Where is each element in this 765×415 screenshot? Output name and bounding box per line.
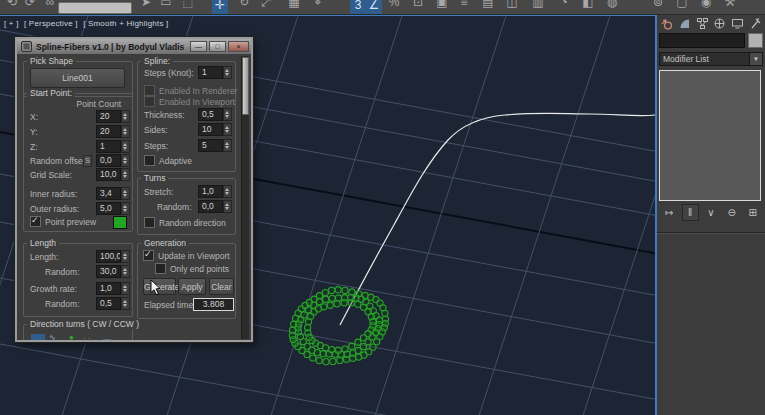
point-preview-checkbox[interactable]: Point preview	[30, 216, 96, 227]
clear-button[interactable]: Clear	[209, 278, 234, 295]
steps-field[interactable]: 5	[198, 139, 223, 152]
y-field[interactable]: 20	[96, 125, 121, 138]
length-field[interactable]: 100,0	[96, 250, 121, 263]
steps-spinner[interactable]	[223, 139, 232, 152]
dialog-scrollbar[interactable]	[241, 56, 249, 339]
adaptive-checkbox[interactable]: Adaptive	[144, 155, 192, 166]
apply-button[interactable]: Apply	[178, 278, 206, 295]
random-offset-spinner[interactable]	[121, 154, 130, 167]
modifier-stack-list[interactable]	[659, 70, 761, 201]
render-production-icon[interactable]: ◍	[604, 0, 620, 11]
growth-random-field[interactable]: 0,5	[96, 297, 121, 310]
scrollbar-thumb[interactable]	[242, 57, 249, 115]
direction-point-icon[interactable]: ●	[69, 334, 74, 340]
direction-cw-icon[interactable]	[31, 334, 45, 340]
motion-tab-icon[interactable]	[712, 16, 727, 31]
named-selection-field[interactable]	[58, 2, 132, 14]
growth-random-spinner[interactable]	[121, 297, 130, 310]
remove-modifier-icon[interactable]: ⊖	[723, 204, 740, 221]
random-direction-checkbox[interactable]: Random direction	[144, 217, 226, 228]
toolbar-icon[interactable]: ⚒	[722, 0, 738, 11]
create-tab-icon[interactable]	[659, 16, 674, 31]
seed-button[interactable]: S	[83, 155, 92, 167]
spline-fibers-dialog[interactable]: Spline-Fibers v1.0 | by Bodyul Vladislav…	[15, 37, 253, 342]
thickness-spinner[interactable]	[223, 108, 232, 121]
outer-radius-spinner[interactable]	[121, 202, 130, 215]
x-field[interactable]: 20	[96, 110, 121, 123]
select-and-rotate-icon[interactable]: ↻	[236, 0, 252, 11]
update-in-viewport-checkbox[interactable]: Update in Viewport	[143, 250, 230, 261]
snap-toggle-icon[interactable]: 3	[350, 0, 366, 14]
select-and-scale-icon[interactable]: ⤢	[258, 0, 274, 11]
inner-radius-spinner[interactable]	[121, 187, 130, 200]
named-selection-sets-icon[interactable]: ⊡	[410, 0, 426, 11]
hierarchy-tab-icon[interactable]	[695, 16, 710, 31]
direction-dots-icon[interactable]: · ·	[83, 335, 91, 340]
enabled-in-viewport-checkbox[interactable]: Enabled In Viewport	[144, 96, 235, 107]
select-link-icon[interactable]: ∞	[42, 0, 58, 11]
z-field[interactable]: 1	[96, 140, 121, 153]
angle-snap-icon[interactable]: ∠	[366, 0, 382, 14]
modifier-list-dropdown[interactable]: Modifier List ▼	[659, 52, 763, 66]
length-random-spinner[interactable]	[121, 265, 130, 278]
object-color-swatch[interactable]	[748, 33, 763, 48]
z-spinner[interactable]	[121, 140, 130, 153]
chevron-down-icon[interactable]: ▼	[749, 53, 762, 65]
object-name-field[interactable]	[659, 33, 745, 48]
grid-scale-spinner[interactable]	[121, 168, 130, 181]
modify-tab-icon[interactable]	[677, 16, 692, 31]
align-icon[interactable]: ≡	[456, 0, 472, 11]
select-and-move-icon[interactable]: ✛	[212, 0, 228, 14]
material-editor-icon[interactable]: ▥	[530, 0, 546, 11]
undo-icon[interactable]: ⟲	[4, 0, 20, 11]
rectangular-selection-icon[interactable]: ▭	[158, 0, 174, 11]
toolbar-icon[interactable]: ▢	[674, 0, 690, 11]
x-spinner[interactable]	[121, 110, 130, 123]
select-object-icon[interactable]: ➤	[138, 0, 154, 11]
layer-manager-icon[interactable]: ▤	[480, 0, 496, 11]
window-crossing-icon[interactable]: ⬚	[180, 0, 196, 11]
direction-curve-icon[interactable]: ∿	[49, 334, 56, 340]
viewport-menu-pov[interactable]: [ Perspective ]	[24, 19, 78, 28]
minimize-button[interactable]: —	[190, 41, 207, 52]
redo-icon[interactable]: ⟳	[22, 0, 38, 11]
sides-spinner[interactable]	[223, 123, 232, 136]
enabled-in-renderer-checkbox[interactable]: Enabled In Renderer	[144, 85, 237, 96]
turns-random-spinner[interactable]	[223, 200, 232, 213]
grid-scale-field[interactable]: 10,0	[96, 168, 121, 181]
pin-stack-icon[interactable]: ↦	[661, 204, 678, 221]
reference-coordinate-icon[interactable]: ▦	[286, 0, 302, 11]
configure-modifier-sets-icon[interactable]: ⊞	[744, 204, 761, 221]
toolbar-icon[interactable]: ⊚	[650, 0, 666, 11]
pick-shape-button[interactable]: Line001	[30, 68, 125, 88]
make-unique-icon[interactable]: ∨	[702, 204, 719, 221]
direction-dash-icon[interactable]: —	[103, 335, 111, 340]
turns-random-field[interactable]: 0,0	[198, 200, 223, 213]
random-offset-field[interactable]: 0,0	[96, 154, 121, 167]
steps-knot-spinner[interactable]	[223, 66, 232, 79]
close-button[interactable]: ×	[228, 41, 249, 52]
y-spinner[interactable]	[121, 125, 130, 138]
display-tab-icon[interactable]	[730, 16, 745, 31]
length-spinner[interactable]	[121, 250, 130, 263]
outer-radius-field[interactable]: 5,0	[96, 202, 121, 215]
mirror-icon[interactable]: ▣	[434, 0, 450, 11]
sides-field[interactable]: 10	[198, 123, 223, 136]
thickness-field[interactable]: 0,5	[198, 108, 223, 121]
viewport-menu-shading[interactable]: [ Smooth + Highlights ]	[83, 19, 168, 28]
stretch-field[interactable]: 1,0	[198, 185, 223, 198]
percent-snap-icon[interactable]: %	[386, 0, 402, 11]
use-pivot-center-icon[interactable]: ⌖	[310, 0, 326, 11]
growth-rate-spinner[interactable]	[121, 282, 130, 295]
show-end-result-icon[interactable]: ‖	[682, 204, 699, 221]
length-random-field[interactable]: 30,0	[96, 265, 121, 278]
rendered-frame-icon[interactable]: ◧	[580, 0, 596, 11]
graph-editors-icon[interactable]: ◫	[504, 0, 520, 11]
stretch-spinner[interactable]	[223, 185, 232, 198]
growth-rate-field[interactable]: 1,0	[96, 282, 121, 295]
utilities-tab-icon[interactable]	[748, 16, 763, 31]
inner-radius-field[interactable]: 3,4	[96, 187, 121, 200]
viewport-menu-general[interactable]: [ + ]	[4, 19, 19, 28]
preview-color-swatch[interactable]	[113, 216, 127, 229]
maximize-button[interactable]: □	[209, 41, 226, 52]
